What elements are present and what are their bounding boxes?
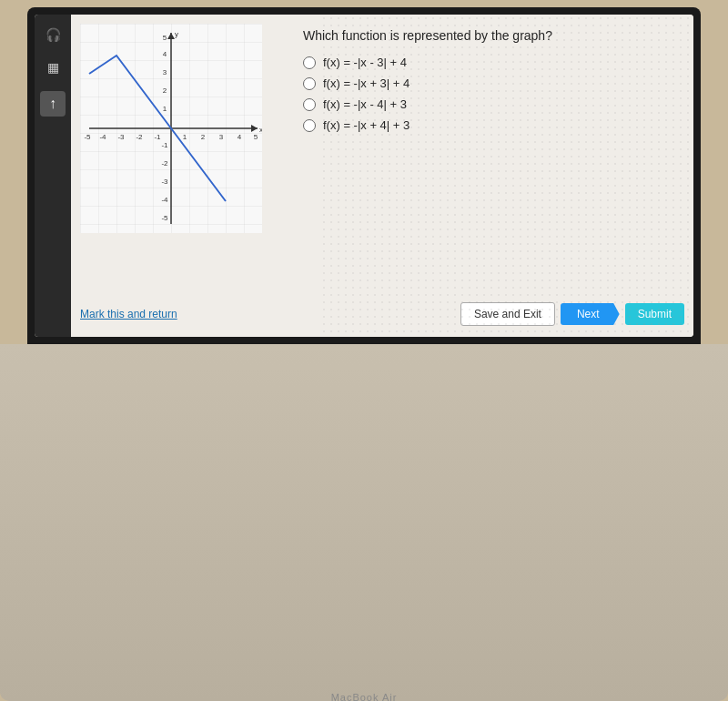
svg-text:5: 5 [163, 34, 167, 42]
question-text: Which function is represented by the gra… [303, 28, 680, 43]
content-area: 1 2 3 4 5 -1 -2 -3 -4 -5 x 1 2 [80, 24, 684, 297]
svg-text:-1: -1 [154, 133, 161, 141]
option-1-label: f(x) = -|x - 3| + 4 [323, 56, 407, 69]
radio-2[interactable] [303, 77, 316, 90]
bottom-buttons: Save and Exit Next Submit [460, 302, 684, 326]
screen-bezel: 🎧 ▦ ↑ [27, 7, 701, 344]
save-exit-button[interactable]: Save and Exit [460, 302, 555, 326]
question-area: Which function is represented by the gra… [298, 24, 684, 297]
svg-text:1: 1 [163, 105, 167, 113]
svg-text:x: x [259, 126, 262, 134]
sidebar: 🎧 ▦ ↑ [35, 15, 71, 337]
svg-text:5: 5 [254, 133, 258, 141]
macbook-label: MacBook Air [331, 692, 398, 701]
radio-3[interactable] [303, 98, 316, 111]
radio-1[interactable] [303, 56, 316, 69]
svg-text:4: 4 [238, 133, 242, 141]
up-arrow-icon[interactable]: ↑ [40, 91, 66, 117]
calculator-icon[interactable]: ▦ [40, 55, 66, 80]
svg-text:-2: -2 [136, 133, 143, 141]
svg-text:3: 3 [219, 133, 224, 141]
bottom-bar: Mark this and return Save and Exit Next … [80, 297, 684, 328]
submit-button[interactable]: Submit [625, 303, 684, 325]
svg-text:-4: -4 [161, 196, 168, 204]
option-1[interactable]: f(x) = -|x - 3| + 4 [303, 56, 680, 69]
graph-svg: 1 2 3 4 5 -1 -2 -3 -4 -5 x 1 2 [80, 24, 262, 233]
main-content: 1 2 3 4 5 -1 -2 -3 -4 -5 x 1 2 [71, 15, 693, 337]
option-2-label: f(x) = -|x + 3| + 4 [323, 76, 410, 90]
svg-text:2: 2 [163, 86, 167, 95]
laptop-body: MacBook Air esc ☀F1 ☀F2 ⊞F3 ⊞F4 ☀F5 ⊞F6 … [0, 344, 728, 701]
svg-text:y: y [175, 30, 178, 38]
headphones-icon[interactable]: 🎧 [40, 22, 66, 47]
svg-text:2: 2 [201, 133, 206, 141]
svg-text:-3: -3 [161, 178, 168, 186]
svg-text:-2: -2 [161, 159, 168, 168]
svg-text:3: 3 [163, 68, 167, 76]
options-list: f(x) = -|x - 3| + 4 f(x) = -|x + 3| + 4 … [303, 56, 680, 132]
svg-text:-4: -4 [99, 133, 106, 141]
svg-text:1: 1 [183, 133, 187, 141]
radio-4[interactable] [303, 119, 316, 132]
svg-text:-3: -3 [117, 133, 125, 141]
option-4[interactable]: f(x) = -|x + 4| + 3 [303, 118, 680, 132]
option-2[interactable]: f(x) = -|x + 3| + 4 [303, 76, 680, 90]
svg-text:-5: -5 [84, 133, 91, 141]
screen: 🎧 ▦ ↑ [35, 15, 693, 337]
svg-text:-5: -5 [161, 214, 168, 222]
mark-return-link[interactable]: Mark this and return [80, 308, 177, 320]
graph-container: 1 2 3 4 5 -1 -2 -3 -4 -5 x 1 2 [80, 24, 280, 297]
svg-text:-1: -1 [161, 141, 168, 149]
svg-text:4: 4 [163, 50, 167, 58]
option-3[interactable]: f(x) = -|x - 4| + 3 [303, 97, 680, 111]
option-4-label: f(x) = -|x + 4| + 3 [323, 118, 410, 132]
option-3-label: f(x) = -|x - 4| + 3 [323, 97, 407, 111]
next-button[interactable]: Next [561, 303, 620, 325]
